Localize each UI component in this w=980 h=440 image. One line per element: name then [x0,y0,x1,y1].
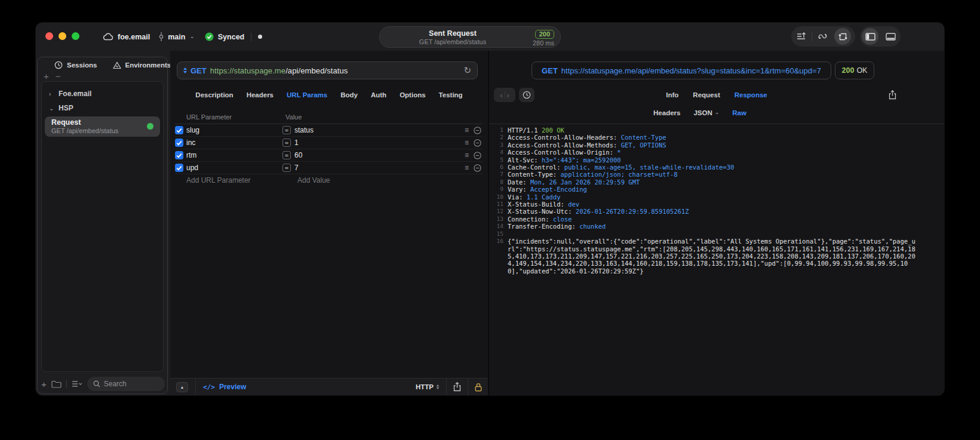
param-row-slug[interactable]: slug=status≡ [175,124,483,137]
request-saved-dot [147,123,153,130]
search-icon [93,380,100,387]
response-line: 11X-Status-Build: dev [490,201,941,208]
add-value-placeholder[interactable]: Add Value [285,176,330,184]
param-checkbox[interactable] [175,126,183,134]
request-list-item-selected[interactable]: Request GET /api/embed/status [45,116,160,137]
param-row-rtm[interactable]: rtm=60≡ [175,149,483,162]
response-line: 10Via: 1.1 Caddy [490,193,941,201]
project-name[interactable]: foe.email [118,33,150,41]
remove-session-button[interactable]: − [56,72,61,81]
add-request-button[interactable]: + [41,379,47,389]
tab-sessions[interactable]: Sessions [54,61,97,69]
param-name-field[interactable]: upd [186,164,282,172]
export-response-icon[interactable] [889,88,896,102]
list-options-icon[interactable] [72,380,82,387]
remove-param-icon[interactable] [474,127,481,134]
param-value-field[interactable]: status [294,126,465,134]
lock-icon[interactable] [475,383,482,392]
tab-environments[interactable]: Environments [113,61,171,69]
new-folder-icon[interactable] [51,380,62,388]
request-tab-url-params[interactable]: URL Params [287,91,327,99]
share-icon[interactable] [453,382,461,392]
toggle-sidebar-icon[interactable] [860,26,880,47]
response-subtab-raw[interactable]: Raw [732,109,746,116]
add-session-button[interactable]: + [44,72,49,81]
response-tab-info[interactable]: Info [666,91,678,99]
drag-handle-icon[interactable]: ≡ [465,126,469,134]
minimize-window-button[interactable] [59,32,66,40]
param-value-field[interactable]: 60 [294,151,465,159]
chevron-right-icon: › [49,91,54,97]
collapse-panel-button[interactable]: ▲ [176,382,188,392]
param-checkbox[interactable] [175,164,183,172]
line-number: 3 [490,141,508,149]
line-number: 11 [490,201,508,208]
sidebar-search-input[interactable]: Search [87,377,165,391]
response-line: 1HTTP/1.1 200 OK [490,127,941,134]
request-tab-description[interactable]: Description [195,91,233,99]
param-checkbox[interactable] [175,139,183,147]
response-subtab-headers[interactable]: Headers [653,109,680,116]
remove-param-icon[interactable] [474,164,481,172]
add-param-placeholder[interactable]: Add URL Parameter [175,176,285,184]
response-subtab-json[interactable]: JSON⌄ [693,109,719,116]
drag-handle-icon[interactable]: ≡ [465,151,469,159]
param-name-field[interactable]: inc [186,139,282,147]
param-name-field[interactable]: rtm [186,151,282,159]
request-url-bar[interactable]: GET https://statuspage.me/api/embed/stat… [177,61,478,79]
request-tab-auth[interactable]: Auth [371,91,386,99]
request-duration: 280 ms [533,39,554,47]
response-body: 1HTTP/1.1 200 OK2Access-Control-Allow-He… [490,127,941,395]
response-tab-response[interactable]: Response [735,91,767,99]
response-line: 3Access-Control-Allow-Methods: GET, OPTI… [490,141,941,149]
method-selector-icon[interactable] [183,67,187,73]
tree-group-hsp[interactable]: ⌄ HSP [42,101,163,115]
request-tab-body[interactable]: Body [340,91,358,99]
app-window: foe.email main ⌄ Synced Sent Request GET… [36,23,944,395]
drag-handle-icon[interactable]: ≡ [465,164,469,172]
response-line: 2Access-Control-Allow-Headers: Content-T… [490,134,941,141]
request-method[interactable]: GET [191,66,207,75]
param-name-field[interactable]: slug [186,126,282,134]
send-receive-panel-icon[interactable] [832,26,853,47]
param-checkbox[interactable] [175,151,183,159]
remove-param-icon[interactable] [474,152,481,159]
add-param-row[interactable]: Add URL Parameter Add Value [175,174,483,186]
line-number: 13 [490,216,508,223]
toggle-bottom-panel-icon[interactable] [880,26,901,47]
request-editor-panel: GET https://statuspage.me/api/embed/stat… [170,51,488,395]
line-number: 2 [490,134,508,141]
request-tab-options[interactable]: Options [400,91,425,99]
response-tab-request[interactable]: Request [693,91,720,99]
response-nav-row: ‹ › InfoRequestResponse [489,88,944,102]
sync-arrows-icon[interactable] [812,26,832,47]
response-line: 7Content-Type: application/json; charset… [490,171,941,178]
param-value-field[interactable]: 1 [294,139,465,147]
param-value-field[interactable]: 7 [294,164,465,172]
response-url-box[interactable]: GET https://statuspage.me/api/embed/stat… [532,61,831,79]
preview-button[interactable]: </> Preview [203,383,246,391]
remove-param-icon[interactable] [474,139,481,147]
response-status-box: 200 OK [835,61,874,79]
zoom-window-button[interactable] [72,32,79,40]
request-url-path: /api/embed/status [285,66,348,75]
sync-status-label[interactable]: Synced [218,33,244,41]
param-row-inc[interactable]: inc=1≡ [175,137,483,149]
search-placeholder: Search [104,380,127,388]
branch-name[interactable]: main [168,33,185,41]
line-number: 4 [490,149,508,156]
request-tab-headers[interactable]: Headers [247,91,274,99]
tree-group-foe-email[interactable]: › Foe.email [42,87,163,101]
status-code-badge: 200 [535,30,554,39]
param-row-upd[interactable]: upd=7≡ [175,162,483,174]
request-tab-testing[interactable]: Testing [439,91,463,99]
close-window-button[interactable] [45,32,53,40]
protocol-selector[interactable]: HTTP [416,383,440,390]
column-header-param: URL Parameter [175,113,285,124]
sort-list-icon[interactable] [791,26,812,47]
response-line: 12X-Status-Now-Utc: 2026-01-26T20:29:59.… [490,208,941,215]
response-line: 6Cache-Control: public, max-age=15, stal… [490,164,941,171]
reload-icon[interactable]: ↻ [463,65,471,76]
chevron-down-icon[interactable]: ⌄ [189,33,194,39]
drag-handle-icon[interactable]: ≡ [465,139,469,147]
